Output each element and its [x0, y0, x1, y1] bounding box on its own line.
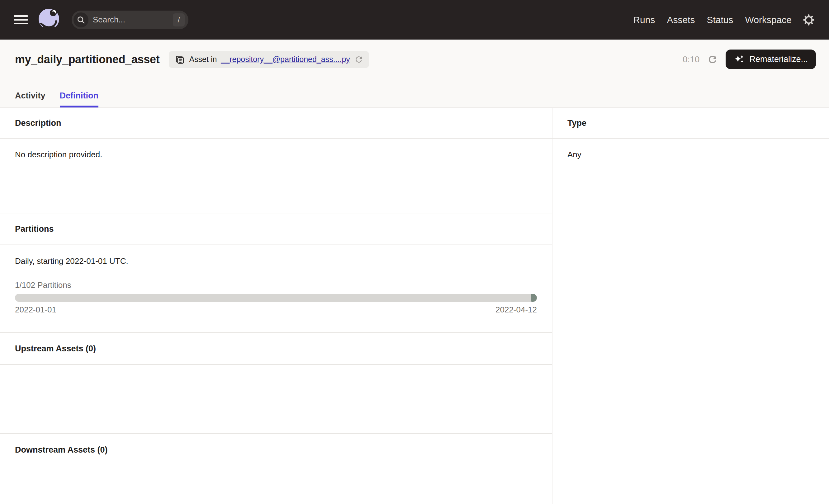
settings-button[interactable]: [803, 14, 815, 26]
partitions-start-date: 2022-01-01: [15, 305, 57, 315]
repository-link[interactable]: __repository__@partitioned_ass....py: [221, 55, 350, 64]
partitions-section-header: Partitions: [0, 213, 552, 245]
navbar-links: Runs Assets Status Workspace: [633, 15, 792, 25]
repository-icon: [174, 54, 185, 65]
refresh-countdown: 0:10: [683, 55, 700, 65]
description-section-header: Description: [0, 108, 552, 139]
downstream-section-header: Downstream Assets (0): [0, 434, 552, 466]
sparkles-icon: [734, 54, 745, 65]
upstream-section-header: Upstream Assets (0): [0, 333, 552, 365]
partitions-schedule: Daily, starting 2022-01-01 UTC.: [15, 256, 537, 266]
dagster-logo[interactable]: [37, 8, 61, 32]
partitions-progress-fill: [531, 294, 537, 302]
top-navbar: / Runs Assets Status Workspace: [0, 0, 829, 40]
page-title: my_daily_partitioned_asset: [15, 53, 159, 66]
left-column: Description No description provided. Par…: [0, 108, 552, 504]
right-column: Type Any: [552, 108, 829, 504]
slash-shortcut-badge: /: [173, 13, 185, 27]
rematerialize-button[interactable]: Rematerialize...: [726, 49, 816, 69]
reload-location-button[interactable]: [354, 55, 363, 64]
nav-link-workspace[interactable]: Workspace: [745, 15, 792, 25]
asset-tabs: Activity Definition: [0, 91, 829, 107]
gear-icon: [803, 14, 815, 26]
tab-activity[interactable]: Activity: [15, 91, 45, 107]
global-search[interactable]: /: [72, 10, 188, 29]
search-icon: [76, 15, 86, 25]
partitions-progress-bar: [15, 294, 537, 302]
partitions-count-label: 1/102 Partitions: [15, 280, 537, 290]
downstream-body: [0, 466, 552, 504]
search-input[interactable]: [93, 15, 173, 25]
nav-link-status[interactable]: Status: [707, 15, 733, 25]
rematerialize-label: Rematerialize...: [749, 55, 808, 64]
nav-link-assets[interactable]: Assets: [667, 15, 695, 25]
menu-button[interactable]: [14, 15, 28, 24]
page-header: my_daily_partitioned_asset Asset in __re…: [0, 40, 829, 108]
definition-content: Description No description provided. Par…: [0, 108, 829, 504]
type-section-header: Type: [552, 108, 829, 139]
nav-link-runs[interactable]: Runs: [633, 15, 655, 25]
description-body: No description provided.: [0, 139, 552, 213]
upstream-body: [0, 365, 552, 434]
hamburger-icon: [14, 15, 28, 17]
type-value: Any: [552, 139, 829, 504]
reload-icon: [354, 55, 363, 64]
partitions-body: Daily, starting 2022-01-01 UTC. 1/102 Pa…: [0, 245, 552, 333]
refresh-button[interactable]: [707, 54, 718, 65]
tab-definition[interactable]: Definition: [60, 91, 98, 107]
asset-location-badge: Asset in __repository__@partitioned_ass.…: [169, 51, 369, 68]
refresh-icon: [707, 54, 718, 65]
partitions-end-date: 2022-04-12: [496, 305, 537, 315]
asset-in-label: Asset in: [189, 55, 217, 64]
